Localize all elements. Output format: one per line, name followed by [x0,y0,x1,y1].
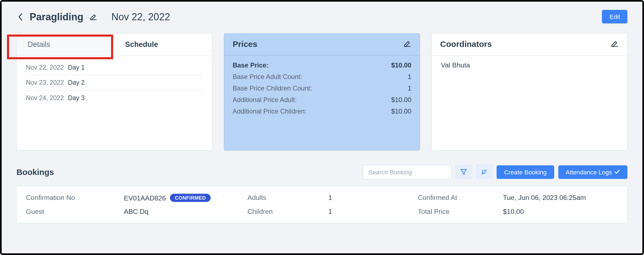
adults-value: 1 [328,194,418,202]
price-row: Base Price Children Count: 1 [233,83,411,94]
schedule-day: Day 3 [68,94,85,102]
back-icon[interactable] [16,13,24,20]
schedule-date: Nov 22, 2022 [26,64,64,71]
price-label: Base Price Adult Count: [233,73,302,81]
prices-card: Prices Base Price: $10.00 Base Price Adu… [224,33,420,151]
coordinators-card: Coordinators Val Bhuta [431,33,628,151]
guest-value: ABC Dq [124,208,247,216]
guest-label: Guest [26,208,124,216]
sort-icon [481,169,488,175]
create-booking-button[interactable]: Create Booking [497,165,554,179]
tab-schedule[interactable]: Schedule [114,34,212,56]
header-date: Nov 22, 2022 [111,11,170,22]
edit-button[interactable]: Edit [602,10,628,24]
price-label: Base Price: [233,62,269,69]
confirmed-at-label: Confirmed At [418,194,503,202]
price-row: Additional Price Children: $10.00 [233,106,411,117]
edit-coordinators-icon[interactable] [611,39,619,49]
cards-row: Details Schedule Nov 22, 2022 Day 1 Nov … [16,33,628,151]
coordinator-name: Val Bhuta [441,60,618,69]
booking-card[interactable]: Confirmation No EV01AAD826 CONFIRMED Adu… [16,186,628,223]
edit-prices-icon[interactable] [403,39,411,49]
page-title: Paragliding [30,11,83,22]
schedule-day: Day 1 [68,64,85,71]
filter-icon [461,169,467,175]
price-value: $10.00 [391,96,411,104]
confirmed-at-value: Tue, Jun 06, 2023 06:25am [503,194,618,202]
attendance-logs-label: Attendance Logs [566,168,612,175]
edit-title-icon[interactable] [89,13,97,21]
status-badge: CONFIRMED [170,194,211,202]
confirmation-no-label: Confirmation No [26,194,124,202]
search-booking-input[interactable] [363,165,451,179]
price-row: Base Price Adult Count: 1 [233,71,411,83]
price-label: Additional Price Adult: [233,96,296,104]
price-row: Base Price: $10.00 [233,60,411,71]
children-value: 1 [328,208,418,216]
children-label: Children [247,208,328,216]
schedule-row: Nov 24, 2022 Day 3 [26,90,203,105]
price-value: $10.00 [391,62,411,69]
page-header: Paragliding Nov 22, 2022 Edit [16,10,628,24]
schedule-card: Details Schedule Nov 22, 2022 Day 1 Nov … [16,33,213,151]
schedule-date: Nov 24, 2022 [26,94,64,102]
total-price-value: $10.00 [503,208,618,216]
bookings-title: Bookings [16,167,54,177]
price-value: 1 [408,73,411,81]
total-price-label: Total Price [418,208,503,216]
check-icon [614,169,620,175]
filter-button[interactable] [456,165,472,179]
price-label: Additional Price Children: [233,108,306,115]
coordinators-title: Coordinators [440,39,492,49]
schedule-date: Nov 23, 2022 [26,79,64,86]
schedule-row: Nov 23, 2022 Day 2 [26,75,203,91]
bookings-header: Bookings Create Booking Attendance Logs [16,165,628,179]
price-value: $10.00 [391,108,411,115]
confirmation-no: EV01AAD826 [124,194,166,202]
prices-title: Prices [233,39,257,49]
schedule-day: Day 2 [68,79,85,86]
price-row: Additional Price Adult: $10.00 [233,94,411,106]
price-label: Base Price Children Count: [233,85,312,92]
schedule-row: Nov 22, 2022 Day 1 [26,60,203,75]
adults-label: Adults [247,194,328,202]
tab-details[interactable]: Details [17,34,115,56]
sort-button[interactable] [476,165,493,179]
attendance-logs-button[interactable]: Attendance Logs [558,165,628,179]
price-value: 1 [408,85,411,92]
